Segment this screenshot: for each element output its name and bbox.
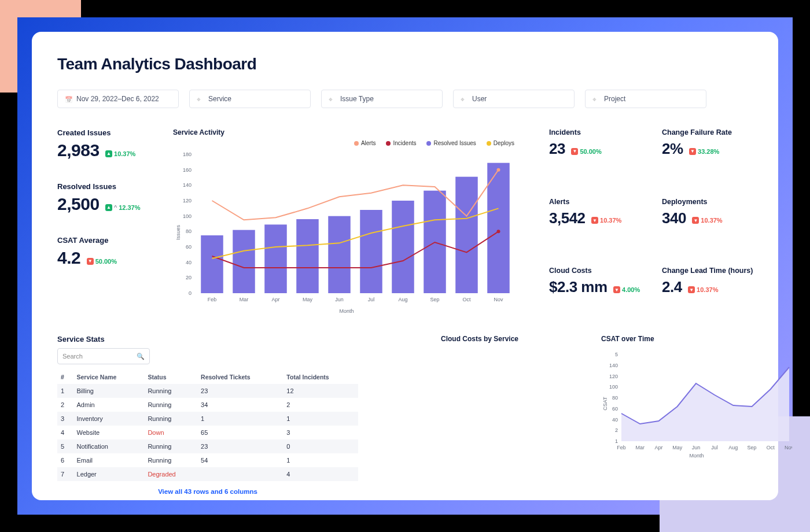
cloud-costs-panel: Cloud Costs by Service bbox=[370, 335, 590, 495]
svg-text:Aug: Aug bbox=[728, 445, 738, 450]
view-all-link[interactable]: View all 43 rows and 6 columns bbox=[57, 488, 358, 495]
delta-badge: ▲ ^ 12.37% bbox=[105, 204, 140, 211]
calendar-icon bbox=[65, 95, 72, 102]
svg-text:60: 60 bbox=[186, 244, 192, 250]
svg-text:120: 120 bbox=[609, 374, 618, 379]
svg-text:180: 180 bbox=[183, 152, 192, 157]
kpi-cloud-costs: Cloud Costs $2.3 mm ▼4.00% bbox=[549, 267, 650, 319]
svg-text:Nov: Nov bbox=[785, 445, 792, 450]
svg-text:Jul: Jul bbox=[711, 445, 718, 450]
svg-text:Feb: Feb bbox=[617, 445, 626, 450]
svg-text:May: May bbox=[672, 445, 683, 450]
project-filter[interactable]: Project bbox=[585, 90, 706, 108]
date-range-value: Nov 29, 2022–Dec 6, 2022 bbox=[76, 95, 159, 103]
svg-text:Mar: Mar bbox=[635, 445, 645, 450]
kpi-csat-average: CSAT Average 4.2 ▼ 50.00% bbox=[57, 236, 167, 268]
svg-text:40: 40 bbox=[612, 417, 618, 423]
issue-type-filter[interactable]: Issue Type bbox=[321, 90, 443, 108]
table-row[interactable]: 5NotificationRunning230 bbox=[57, 439, 358, 453]
svg-text:Nov: Nov bbox=[494, 297, 503, 302]
page-title: Team Analytics Dashboard bbox=[57, 55, 753, 73]
svg-point-32 bbox=[497, 168, 500, 172]
table-row[interactable]: 2AdminRunning342 bbox=[57, 398, 358, 412]
svg-point-33 bbox=[497, 230, 500, 233]
kpi-change-lead-time: Change Lead Time (hours) 2.4 ▼10.37% bbox=[662, 267, 763, 319]
date-range-picker[interactable]: Nov 29, 2022–Dec 6, 2022 bbox=[57, 90, 179, 108]
svg-rect-25 bbox=[296, 219, 319, 293]
svg-text:160: 160 bbox=[183, 167, 192, 173]
kpi-created-issues: Created Issues 2,983 ▲ 10.37% bbox=[57, 128, 167, 160]
svg-text:5: 5 bbox=[615, 352, 618, 357]
svg-text:80: 80 bbox=[612, 395, 618, 401]
service-stats-table: #Service NameStatusResolved TicketsTotal… bbox=[57, 370, 358, 481]
table-row[interactable]: 7LedgerDegraded4 bbox=[57, 467, 358, 481]
svg-rect-22 bbox=[201, 235, 223, 293]
table-row[interactable]: 1BillingRunning2312 bbox=[57, 384, 358, 398]
cursor-icon bbox=[592, 95, 599, 102]
user-filter[interactable]: User bbox=[453, 90, 575, 108]
svg-text:100: 100 bbox=[609, 384, 618, 390]
svg-text:Issues: Issues bbox=[175, 224, 181, 240]
arrow-down-icon: ▼ bbox=[571, 148, 578, 155]
svg-text:Sep: Sep bbox=[430, 297, 439, 302]
svg-text:140: 140 bbox=[609, 363, 618, 368]
svg-rect-30 bbox=[455, 177, 478, 293]
svg-text:20: 20 bbox=[186, 275, 192, 280]
svg-text:Oct: Oct bbox=[462, 297, 471, 302]
arrow-down-icon: ▼ bbox=[591, 217, 598, 224]
table-row[interactable]: 6EmailRunning541 bbox=[57, 453, 358, 467]
svg-rect-26 bbox=[328, 216, 351, 293]
arrow-down-icon: ▼ bbox=[688, 286, 695, 293]
svg-text:Apr: Apr bbox=[654, 445, 662, 450]
csat-over-time-panel: CSAT over Time 124060801001201405FebMarA… bbox=[601, 335, 792, 495]
table-row[interactable]: 4WebsiteDown653 bbox=[57, 426, 358, 439]
kpi-alerts: Alerts 3,542 ▼10.37% bbox=[549, 198, 650, 250]
arrow-up-icon: ▲ bbox=[105, 150, 112, 157]
kpi-incidents: Incidents 23 ▼50.00% bbox=[549, 128, 650, 180]
svg-text:Apr: Apr bbox=[271, 297, 279, 302]
kpi-resolved-issues: Resolved Issues 2,500 ▲ ^ 12.37% bbox=[57, 182, 167, 214]
svg-text:60: 60 bbox=[612, 406, 618, 412]
svg-text:2: 2 bbox=[615, 427, 618, 433]
caret-up-icon: ^ bbox=[114, 204, 117, 211]
kpi-right-grid: Incidents 23 ▼50.00% Change Failure Rate… bbox=[532, 128, 763, 319]
arrow-down-icon: ▼ bbox=[689, 148, 696, 155]
svg-text:CSAT: CSAT bbox=[602, 397, 608, 411]
cursor-icon bbox=[329, 95, 336, 102]
arrow-up-icon: ▲ bbox=[105, 204, 112, 211]
svg-rect-27 bbox=[360, 210, 382, 293]
chart-legend: Alerts Incidents Resolved Issues Deploys bbox=[173, 140, 526, 146]
cursor-icon bbox=[461, 95, 467, 102]
svg-rect-28 bbox=[392, 201, 414, 293]
dashboard-card: Team Analytics Dashboard Nov 29, 2022–De… bbox=[32, 32, 778, 500]
svg-text:Month: Month bbox=[339, 308, 354, 314]
svg-text:80: 80 bbox=[186, 228, 192, 234]
filter-bar: Nov 29, 2022–Dec 6, 2022 Service Issue T… bbox=[57, 90, 753, 108]
svg-text:40: 40 bbox=[186, 260, 192, 265]
svg-text:May: May bbox=[303, 297, 313, 302]
delta-badge: ▲ 10.37% bbox=[105, 150, 135, 157]
svg-text:140: 140 bbox=[183, 182, 192, 188]
svg-text:Feb: Feb bbox=[208, 297, 217, 302]
svg-text:Sep: Sep bbox=[748, 445, 757, 450]
svg-text:120: 120 bbox=[183, 198, 192, 204]
cursor-icon bbox=[197, 95, 204, 102]
arrow-down-icon: ▼ bbox=[692, 217, 699, 224]
service-activity-chart: Service Activity Alerts Incidents Resolv… bbox=[173, 128, 526, 319]
service-filter[interactable]: Service bbox=[189, 90, 311, 108]
svg-text:Oct: Oct bbox=[767, 445, 775, 450]
svg-rect-31 bbox=[487, 163, 510, 293]
svg-rect-24 bbox=[264, 224, 287, 293]
svg-text:1: 1 bbox=[615, 438, 618, 444]
svg-text:Jun: Jun bbox=[335, 297, 344, 302]
delta-badge: ▼ 50.00% bbox=[87, 258, 117, 265]
svg-text:Jul: Jul bbox=[368, 297, 375, 302]
svg-text:0: 0 bbox=[189, 290, 192, 296]
svg-text:Mar: Mar bbox=[240, 297, 249, 302]
table-row[interactable]: 3InventoryRunning11 bbox=[57, 412, 358, 426]
service-activity-svg: 020406080100120140160180FebMarAprMayJunJ… bbox=[173, 149, 520, 316]
kpi-deployments: Deployments 340 ▼10.37% bbox=[662, 198, 763, 250]
arrow-down-icon: ▼ bbox=[613, 286, 620, 293]
csat-chart-svg: 124060801001201405FebMarAprMayJunJulAugS… bbox=[601, 349, 792, 459]
service-stats-search[interactable]: Search 🔍 bbox=[57, 348, 150, 364]
